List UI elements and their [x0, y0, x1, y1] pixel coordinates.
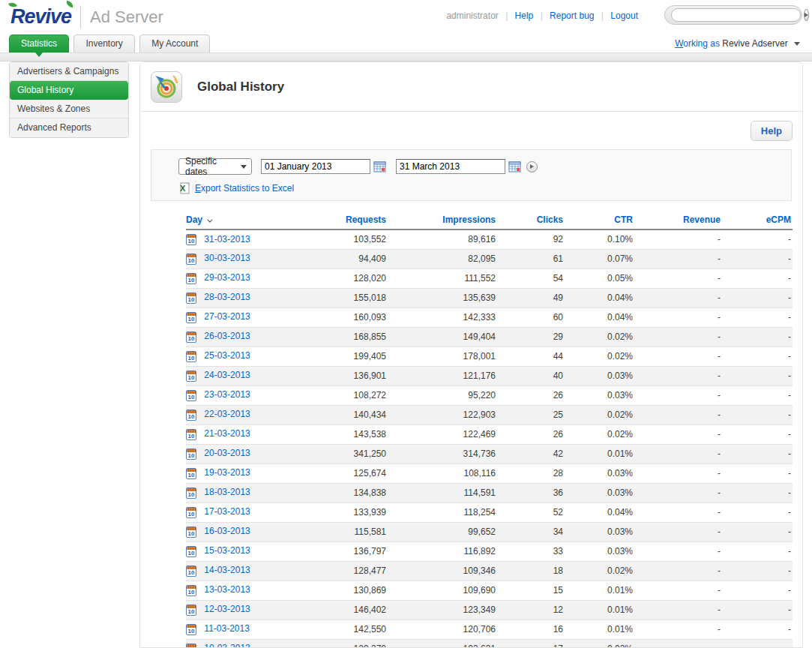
revenue-cell: - [634, 268, 722, 288]
working-as-account[interactable]: Revive Adserver [722, 38, 787, 49]
working-as-link[interactable]: Working as [675, 38, 720, 49]
ctr-cell: 0.01% [565, 580, 634, 600]
calendar-day-icon: 10 [186, 526, 196, 538]
day-link[interactable]: 26-03-2013 [204, 331, 250, 341]
calendar-day-icon: 10 [186, 234, 196, 245]
revenue-cell: - [634, 366, 722, 386]
day-link[interactable]: 21-03-2013 [204, 428, 250, 439]
column-header-ctr[interactable]: CTR [565, 212, 634, 230]
day-link[interactable]: 12-03-2013 [204, 604, 250, 614]
ctr-cell: 0.02% [565, 405, 634, 424]
clicks-cell: 29 [497, 327, 565, 346]
day-cell: 10 23-03-2013 [186, 386, 298, 405]
day-link[interactable]: 27-03-2013 [204, 311, 250, 322]
table-row: 10 21-03-2013 143,538 122,469 26 0.02% -… [186, 424, 793, 444]
end-date-input[interactable] [396, 159, 505, 174]
ecpm-cell: - [722, 268, 793, 288]
search-go-button[interactable] [804, 9, 809, 21]
top-header: Revive Ad Server administrator Help Repo… [0, 0, 812, 34]
report-bug-link[interactable]: Report bug [550, 10, 594, 21]
start-date-input[interactable] [261, 159, 370, 174]
revenue-cell: - [634, 600, 722, 620]
requests-cell: 199,405 [298, 346, 388, 366]
ctr-cell: 0.02% [565, 346, 634, 366]
table-row: 10 15-03-2013 136,797 116,892 33 0.03% -… [186, 542, 793, 561]
revenue-cell: - [634, 580, 722, 600]
calendar-day-icon: 10 [186, 429, 196, 440]
day-link[interactable]: 22-03-2013 [204, 409, 250, 419]
table-body: 10 31-03-2013 103,552 89,616 92 0.10% - … [186, 230, 793, 648]
day-link[interactable]: 20-03-2013 [204, 448, 250, 458]
day-cell: 10 28-03-2013 [186, 288, 298, 308]
end-date-calendar-button[interactable] [508, 160, 522, 173]
search-input[interactable] [671, 8, 801, 22]
calendar-icon-number: 10 [187, 511, 196, 518]
calendar-icon-number: 10 [187, 550, 196, 556]
day-link[interactable]: 10-03-2013 [204, 643, 250, 648]
day-link[interactable]: 14-03-2013 [204, 565, 250, 575]
day-link[interactable]: 31-03-2013 [204, 234, 250, 244]
day-link[interactable]: 23-03-2013 [204, 389, 250, 400]
impressions-cell: 99,652 [388, 522, 497, 542]
tab-inventory[interactable]: Inventory [73, 34, 134, 52]
ctr-cell: 0.01% [565, 600, 634, 620]
column-header-clicks[interactable]: Clicks [497, 212, 565, 230]
column-header-ecpm[interactable]: eCPM [722, 212, 793, 230]
requests-cell: 134,838 [298, 483, 388, 502]
day-cell: 10 14-03-2013 [186, 561, 298, 580]
day-link[interactable]: 19-03-2013 [204, 467, 250, 478]
day-link[interactable]: 11-03-2013 [204, 623, 250, 634]
logo-adserver-text: Ad Server [90, 8, 163, 27]
day-link[interactable]: 15-03-2013 [204, 545, 250, 556]
tab-underbar [0, 52, 812, 62]
day-link[interactable]: 29-03-2013 [204, 272, 250, 283]
revenue-cell: - [634, 327, 722, 346]
day-link[interactable]: 30-03-2013 [204, 253, 250, 263]
requests-cell: 136,901 [298, 366, 388, 386]
ecpm-cell: - [722, 249, 793, 268]
impressions-cell: 142,333 [388, 308, 497, 327]
sidebar-item-advanced-reports[interactable]: Advanced Reports [10, 118, 128, 137]
column-header-day[interactable]: Day [186, 212, 298, 230]
day-cell: 10 19-03-2013 [186, 464, 298, 483]
day-link[interactable]: 13-03-2013 [204, 584, 250, 595]
impressions-cell: 135,639 [388, 288, 497, 308]
requests-cell: 136,797 [298, 542, 388, 561]
table-row: 10 12-03-2013 146,402 123,349 12 0.01% -… [186, 600, 793, 620]
sidebar-item-advertisers-campaigns[interactable]: Advertisers & Campaigns [10, 62, 128, 81]
apply-dates-button[interactable] [526, 161, 538, 172]
tab-statistics[interactable]: Statistics [9, 34, 69, 52]
sidebar-item-global-history[interactable]: Global History [10, 81, 128, 100]
clicks-cell: 15 [497, 580, 565, 600]
day-link[interactable]: 24-03-2013 [204, 370, 250, 380]
logout-link[interactable]: Logout [610, 10, 638, 21]
day-link[interactable]: 16-03-2013 [204, 526, 250, 536]
export-excel-link[interactable]: Export Statistics to Excel [195, 183, 294, 194]
day-link[interactable]: 25-03-2013 [204, 350, 250, 361]
day-link[interactable]: 18-03-2013 [204, 487, 250, 497]
requests-cell: 103,552 [298, 230, 388, 249]
column-header-impressions[interactable]: Impressions [388, 212, 497, 230]
go-arrow-icon [805, 13, 808, 17]
revenue-cell: - [634, 405, 722, 424]
impressions-cell: 149,404 [388, 327, 497, 346]
tab-my-account[interactable]: My Account [139, 34, 210, 52]
column-header-requests[interactable]: Requests [298, 212, 388, 230]
sidebar-item-websites-zones[interactable]: Websites & Zones [10, 100, 128, 118]
start-date-calendar-button[interactable] [373, 160, 387, 173]
revenue-cell: - [634, 464, 722, 483]
day-link[interactable]: 17-03-2013 [204, 506, 250, 517]
revenue-cell: - [634, 308, 722, 327]
calendar-icon-number: 10 [187, 257, 196, 264]
ecpm-cell: - [722, 542, 793, 561]
help-button[interactable]: Help [751, 121, 793, 141]
day-cell: 10 27-03-2013 [186, 308, 298, 327]
column-header-revenue[interactable]: Revenue [634, 212, 722, 230]
ecpm-cell: - [722, 288, 793, 308]
help-link[interactable]: Help [515, 10, 534, 21]
revenue-cell: - [634, 620, 722, 639]
day-link[interactable]: 28-03-2013 [204, 292, 250, 302]
revenue-cell: - [634, 230, 722, 249]
period-preset-select[interactable]: Specific dates [178, 158, 252, 175]
ecpm-cell: - [722, 522, 793, 542]
